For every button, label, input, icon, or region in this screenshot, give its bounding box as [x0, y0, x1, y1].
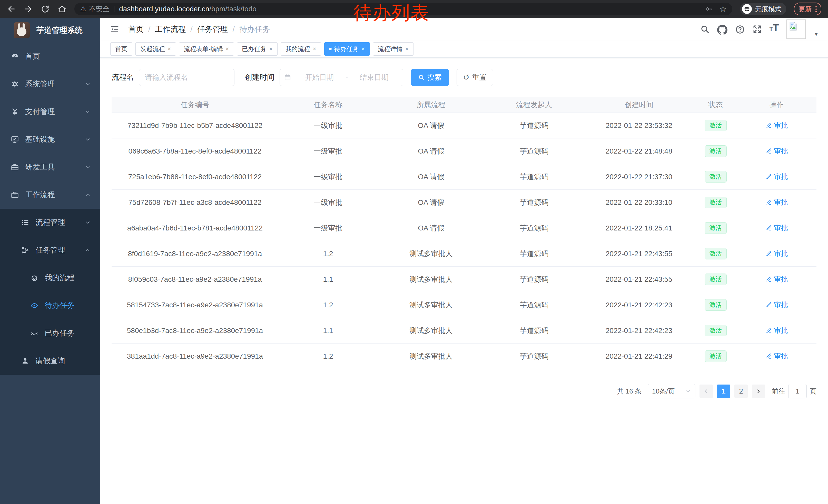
help-icon[interactable] — [735, 25, 745, 34]
process-cell: OA 请假 — [378, 113, 484, 138]
close-icon[interactable]: × — [225, 46, 229, 52]
app-title: 芋道管理系统 — [36, 25, 83, 36]
approve-link[interactable]: 审批 — [766, 121, 788, 130]
approve-link[interactable]: 审批 — [766, 198, 788, 207]
created-cell: 2022-01-21 22:43:55 — [584, 267, 694, 292]
security-label[interactable]: 不安全 — [89, 4, 110, 13]
process-name-input[interactable] — [139, 69, 235, 86]
start-date-placeholder[interactable]: 开始日期 — [295, 73, 344, 82]
page-unit-label: 页 — [810, 387, 817, 396]
github-icon[interactable] — [717, 25, 728, 35]
warning-icon: ⚠ — [80, 5, 86, 13]
prev-page-button[interactable] — [700, 384, 713, 398]
approve-link[interactable]: 审批 — [766, 326, 788, 335]
chevron-down-icon — [85, 220, 91, 226]
sidebar-item-my-process[interactable]: 我的流程 — [0, 264, 100, 292]
forward-icon[interactable] — [24, 4, 33, 13]
approve-link[interactable]: 审批 — [766, 300, 788, 310]
broken-image-icon — [788, 21, 798, 31]
approve-link[interactable]: 审批 — [766, 172, 788, 181]
end-date-placeholder[interactable]: 结束日期 — [349, 73, 399, 82]
calendar-icon — [284, 74, 291, 81]
sidebar-item-done-tasks[interactable]: 已办任务 — [0, 319, 100, 347]
sidebar-item-system[interactable]: 系统管理 — [0, 70, 100, 98]
reload-icon[interactable] — [41, 4, 50, 13]
date-range-picker[interactable]: 开始日期 - 结束日期 — [280, 69, 403, 86]
fullscreen-icon[interactable] — [753, 25, 762, 34]
status-cell: 激活 — [694, 190, 737, 215]
avatar[interactable] — [786, 19, 806, 39]
toolbox-icon — [10, 163, 19, 171]
breadcrumb-home[interactable]: 首页 — [128, 24, 143, 35]
page-size-select[interactable]: 10条/页 — [648, 384, 695, 398]
home-icon[interactable] — [57, 4, 67, 13]
approve-link[interactable]: 审批 — [766, 223, 788, 232]
search-button[interactable]: 搜索 — [411, 69, 449, 86]
approve-link[interactable]: 审批 — [766, 352, 788, 361]
refresh-icon: ↺ — [463, 74, 469, 81]
chevron-right-icon — [755, 388, 761, 394]
sidebar-submenu-workflow: 流程管理 任务管理 我的流程 — [0, 209, 100, 375]
sidebar-item-task-management[interactable]: 任务管理 — [0, 236, 100, 264]
back-icon[interactable] — [7, 4, 16, 13]
filter-bar: 流程名 创建时间 开始日期 - 结束日期 搜索 ↺ 重置 — [112, 69, 828, 86]
url-host: dashboard.yudao.iocoder.cn — [119, 5, 209, 13]
tab-my-process[interactable]: 我的流程× — [281, 42, 321, 56]
app-logo[interactable]: 芋道管理系统 — [0, 18, 100, 43]
close-icon[interactable]: × — [167, 46, 171, 52]
main-area: 首页 / 工作流程 / 任务管理 / 待办任务 — [100, 18, 828, 504]
sidebar-item-process-management[interactable]: 流程管理 — [0, 209, 100, 236]
tab-done-tasks[interactable]: 已办任务× — [237, 42, 278, 56]
font-size-icon[interactable]: TT — [770, 24, 779, 32]
approve-link[interactable]: 审批 — [766, 275, 788, 284]
header-task-id: 任务编号 — [112, 97, 278, 113]
page-button-1[interactable]: 1 — [717, 384, 730, 398]
incognito-badge: 无痕模式 — [740, 3, 786, 15]
sidebar-fold-icon[interactable] — [110, 25, 120, 34]
starter-cell: 芋道源码 — [484, 343, 584, 369]
table-row: 75d72608-7b7f-11ec-a3c8-acde48001122 一级审… — [112, 190, 817, 215]
tab-home[interactable]: 首页 — [110, 42, 132, 56]
starter-cell: 芋道源码 — [484, 190, 584, 215]
sidebar-item-label: 基础设施 — [25, 134, 55, 145]
next-page-button[interactable] — [752, 384, 765, 398]
starter-cell: 芋道源码 — [484, 292, 584, 318]
sidebar-item-label: 首页 — [25, 51, 40, 61]
reset-button[interactable]: ↺ 重置 — [457, 69, 493, 86]
close-icon[interactable]: × — [269, 46, 273, 52]
sidebar-item-payment[interactable]: 支付管理 — [0, 98, 100, 126]
page-button-2[interactable]: 2 — [734, 384, 748, 398]
breadcrumb-task-management[interactable]: 任务管理 — [197, 24, 228, 35]
status-badge: 激活 — [705, 171, 727, 183]
tab-start-process[interactable]: 发起流程× — [135, 42, 176, 56]
process-cell: 测试多审批人 — [378, 241, 484, 267]
goto-page-input[interactable] — [788, 384, 807, 398]
sidebar-item-workflow[interactable]: 工作流程 — [0, 181, 100, 209]
sidebar-item-infrastructure[interactable]: 基础设施 — [0, 126, 100, 153]
tab-todo-tasks[interactable]: 待办任务× — [324, 42, 370, 56]
sidebar-item-todo-tasks[interactable]: 待办任务 — [0, 292, 100, 319]
task-id-cell: 73211d9d-7b9b-11ec-b5b7-acde48001122 — [112, 113, 278, 138]
sidebar-item-devtools[interactable]: 研发工具 — [0, 153, 100, 181]
sidebar-item-home[interactable]: 首页 — [0, 43, 100, 70]
status-cell: 激活 — [694, 138, 737, 164]
key-icon[interactable] — [705, 5, 713, 13]
avatar-dropdown-caret-icon[interactable]: ▼ — [814, 31, 819, 37]
status-cell: 激活 — [694, 267, 737, 292]
status-cell: 激活 — [694, 343, 737, 369]
tab-process-detail[interactable]: 流程详情× — [373, 42, 413, 56]
close-icon[interactable]: × — [313, 46, 316, 52]
approve-link[interactable]: 审批 — [766, 249, 788, 258]
close-icon[interactable]: × — [362, 46, 365, 52]
bookmark-star-icon[interactable]: ☆ — [719, 5, 727, 13]
sidebar-item-leave-query[interactable]: 请假查询 — [0, 347, 100, 375]
update-label[interactable]: 更新 — [798, 5, 812, 13]
task-id-cell: 725a1eb6-7b88-11ec-8ef0-acde48001122 — [112, 164, 278, 190]
tab-process-form-edit[interactable]: 流程表单-编辑× — [179, 42, 234, 56]
browser-menu-icon[interactable] — [816, 6, 817, 12]
breadcrumb-workflow[interactable]: 工作流程 — [155, 24, 186, 35]
close-icon[interactable]: × — [405, 46, 409, 52]
approve-link[interactable]: 审批 — [766, 146, 788, 155]
update-chrome-button[interactable]: 更新 — [794, 3, 821, 15]
search-icon[interactable] — [700, 25, 709, 34]
